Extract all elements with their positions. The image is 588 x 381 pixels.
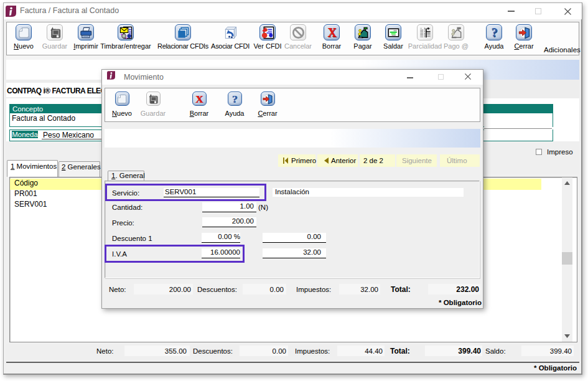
svg-text:?: ? xyxy=(232,93,238,105)
svg-text:X: X xyxy=(327,26,337,39)
svg-text:?: ? xyxy=(491,26,497,39)
svg-text:X: X xyxy=(195,93,203,105)
